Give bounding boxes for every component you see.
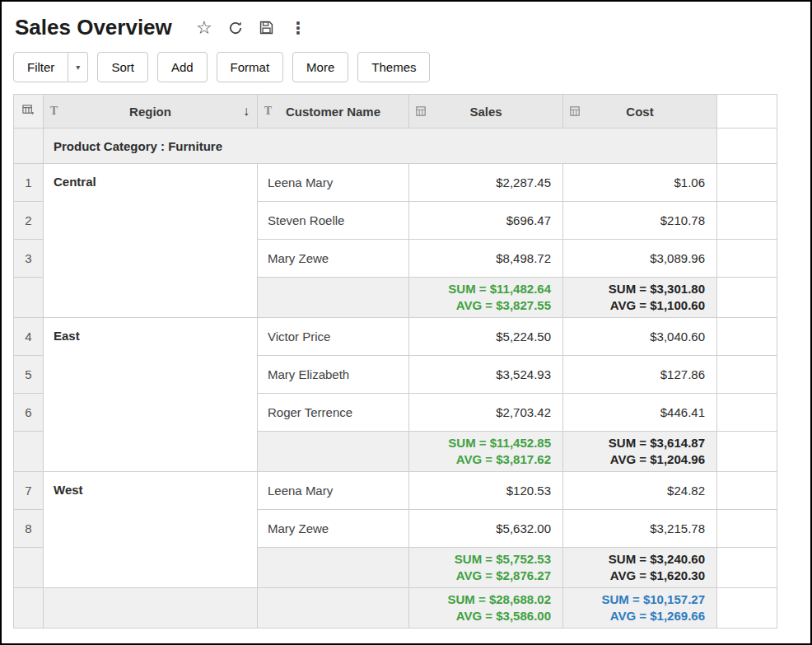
cell-cost[interactable]: $446.41: [563, 394, 717, 432]
empty-column-header: [717, 95, 777, 129]
cell-sales[interactable]: $5,632.00: [409, 510, 563, 548]
row-number[interactable]: 3: [14, 240, 44, 278]
add-button[interactable]: Add: [157, 52, 208, 82]
empty-cell: [717, 472, 777, 510]
row-number[interactable]: 6: [14, 394, 44, 432]
group-header-row: Product Category : Furniture: [14, 129, 777, 164]
cell-cost[interactable]: $3,040.60: [563, 318, 717, 356]
toolbar: Filter ▾ Sort Add Format More Themes: [2, 42, 810, 94]
themes-button[interactable]: Themes: [357, 52, 430, 82]
table-grid-icon: [22, 105, 35, 119]
cell-cost[interactable]: $127.86: [563, 356, 717, 394]
empty-cell: [44, 588, 258, 629]
cell-cost[interactable]: $1.06: [563, 164, 717, 202]
empty-cell: [258, 588, 409, 629]
column-label: Region: [129, 105, 171, 119]
group-header: Product Category : Furniture: [44, 129, 717, 164]
header-row: T Region ↓ T Customer Name Sales Cost: [14, 95, 777, 129]
cell-sales[interactable]: $3,524.93: [409, 356, 563, 394]
refresh-icon[interactable]: [225, 17, 246, 39]
cell-customer[interactable]: Leena Mary: [258, 164, 409, 202]
row-number[interactable]: 5: [14, 356, 44, 394]
sort-descending-icon[interactable]: ↓: [243, 104, 250, 119]
cost-subtotal: SUM = $3,240.60 AVG = $1,620.30: [563, 548, 717, 588]
table-row: 7 West Leena Mary $120.53 $24.82: [14, 472, 777, 510]
row-number-cell: [14, 548, 44, 588]
empty-cell: [717, 356, 777, 394]
row-number-cell: [14, 278, 44, 318]
sales-subtotal: SUM = $5,752.53 AVG = $2,876.27: [409, 548, 563, 588]
row-number[interactable]: 1: [14, 164, 44, 202]
cell-sales[interactable]: $8,498.72: [409, 240, 563, 278]
cell-sales[interactable]: $2,287.45: [409, 164, 563, 202]
page-title: Sales Overview: [15, 15, 172, 40]
column-label: Sales: [469, 105, 502, 119]
data-table: T Region ↓ T Customer Name Sales Cost: [13, 94, 777, 629]
cell-sales[interactable]: $5,224.50: [409, 318, 563, 356]
chevron-down-icon: ▾: [76, 63, 80, 72]
cost-subtotal: SUM = $3,614.87 AVG = $1,204.96: [563, 432, 717, 472]
empty-cell: [258, 548, 409, 588]
empty-cell: [717, 129, 777, 164]
cell-customer[interactable]: Mary Zewe: [258, 240, 409, 278]
row-number[interactable]: 2: [14, 202, 44, 240]
sort-button[interactable]: Sort: [97, 52, 148, 82]
favorite-star-icon[interactable]: ☆: [194, 17, 215, 39]
select-all-corner[interactable]: [14, 95, 44, 129]
cell-cost[interactable]: $24.82: [563, 472, 717, 510]
title-bar: Sales Overview ☆ ⋮: [2, 2, 810, 42]
filter-dropdown-button[interactable]: ▾: [68, 52, 88, 82]
cell-sales[interactable]: $120.53: [409, 472, 563, 510]
column-header-sales[interactable]: Sales: [409, 95, 563, 129]
empty-cell: [717, 240, 777, 278]
filter-split-button: Filter ▾: [13, 52, 88, 82]
row-number-cell: [14, 432, 44, 472]
numeric-type-icon: [570, 106, 580, 116]
sales-grand-total: SUM = $28,688.02 AVG = $3,586.00: [409, 588, 563, 629]
empty-cell: [717, 510, 777, 548]
row-number[interactable]: 7: [14, 472, 44, 510]
column-header-customer[interactable]: T Customer Name: [258, 95, 409, 129]
empty-cell: [717, 394, 777, 432]
row-number[interactable]: 4: [14, 318, 44, 356]
text-type-icon: T: [50, 105, 58, 117]
cell-sales[interactable]: $696.47: [409, 202, 563, 240]
row-number[interactable]: 8: [14, 510, 44, 548]
more-button[interactable]: More: [292, 52, 348, 82]
numeric-type-icon: [416, 106, 426, 116]
column-label: Customer Name: [286, 105, 380, 119]
cell-cost[interactable]: $3,089.96: [563, 240, 717, 278]
row-number-cell: [14, 588, 44, 629]
cost-subtotal: SUM = $3,301.80 AVG = $1,100.60: [563, 278, 717, 318]
cell-customer[interactable]: Victor Price: [258, 318, 409, 356]
cell-customer[interactable]: Roger Terrence: [258, 394, 409, 432]
row-number-cell: [14, 129, 44, 164]
cell-customer[interactable]: Leena Mary: [258, 472, 409, 510]
column-label: Cost: [626, 105, 653, 119]
sales-subtotal: SUM = $11,452.85 AVG = $3,817.62: [409, 432, 563, 472]
table-row: 1 Central Leena Mary $2,287.45 $1.06: [14, 164, 777, 202]
empty-cell: [717, 548, 777, 588]
cell-customer[interactable]: Mary Elizabeth: [258, 356, 409, 394]
empty-cell: [717, 202, 777, 240]
cell-region[interactable]: West: [44, 472, 258, 588]
filter-button[interactable]: Filter: [13, 52, 68, 82]
cell-customer[interactable]: Mary Zewe: [258, 510, 409, 548]
empty-cell: [258, 432, 409, 472]
empty-cell: [717, 164, 777, 202]
empty-cell: [717, 432, 777, 472]
cost-grand-total: SUM = $10,157.27 AVG = $1,269.66: [563, 588, 717, 629]
cell-customer[interactable]: Steven Roelle: [258, 202, 409, 240]
cell-region[interactable]: Central: [44, 164, 258, 318]
column-header-region[interactable]: T Region ↓: [44, 95, 258, 129]
cell-region[interactable]: East: [44, 318, 258, 472]
cell-cost[interactable]: $210.78: [563, 202, 717, 240]
kebab-menu-icon[interactable]: ⋮: [287, 17, 309, 39]
cell-sales[interactable]: $2,703.42: [409, 394, 563, 432]
empty-cell: [717, 588, 777, 629]
cell-cost[interactable]: $3,215.78: [563, 510, 717, 548]
empty-cell: [717, 278, 777, 318]
column-header-cost[interactable]: Cost: [563, 95, 717, 129]
format-button[interactable]: Format: [217, 52, 284, 82]
save-icon[interactable]: [256, 17, 278, 39]
